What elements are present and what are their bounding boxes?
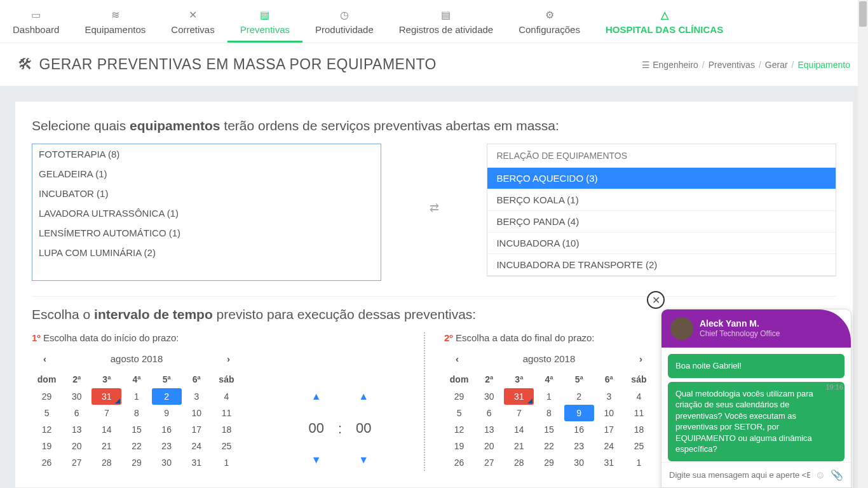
calendar-day[interactable]: 16: [152, 421, 182, 438]
chevron-up-icon[interactable]: ▲: [356, 391, 371, 402]
calendar-day[interactable]: 14: [504, 421, 534, 438]
calendar-day[interactable]: 1: [534, 388, 564, 405]
emoji-icon[interactable]: ☺: [815, 470, 825, 481]
calendar-day[interactable]: 6: [474, 405, 504, 421]
calendar-day[interactable]: 22: [534, 438, 564, 454]
list-item[interactable]: GELADEIRA (1): [32, 164, 381, 184]
minute-value[interactable]: 00: [356, 420, 371, 437]
list-item[interactable]: BERÇO AQUECIDO (3): [487, 168, 836, 189]
calendar-day[interactable]: 31: [92, 388, 121, 405]
chevron-down-icon[interactable]: ▼: [309, 454, 324, 466]
calendar-day[interactable]: 2: [564, 388, 594, 405]
nav-produtividade[interactable]: ◷Produtividade: [302, 0, 386, 43]
calendar-day[interactable]: 26: [444, 454, 474, 471]
nav-registros-de-atividade[interactable]: ▤Registros de atividade: [386, 0, 506, 43]
calendar-day[interactable]: 10: [594, 405, 624, 421]
time-picker-start[interactable]: ▲ 00 ▼ : ▲ 00 ▼: [261, 385, 419, 471]
available-equipment-list[interactable]: FOTOTERAPIA (8)GELADEIRA (1)INCUBATOR (1…: [32, 144, 381, 281]
calendar-day[interactable]: 25: [212, 438, 241, 454]
chevron-down-icon[interactable]: ▼: [356, 454, 371, 466]
calendar-day[interactable]: 8: [121, 405, 151, 421]
calendar-day[interactable]: 11: [212, 405, 241, 421]
calendar-day[interactable]: 11: [624, 405, 654, 421]
list-item[interactable]: LUPA COM LUMINÁRIA (2): [32, 243, 381, 262]
breadcrumb-item[interactable]: Equipamento: [797, 60, 850, 70]
calendar-day[interactable]: 8: [534, 405, 564, 421]
calendar-day[interactable]: 18: [212, 421, 241, 438]
chevron-up-icon[interactable]: ▲: [309, 391, 324, 402]
breadcrumb-item[interactable]: Preventivas: [709, 60, 755, 70]
breadcrumb-item[interactable]: Engenheiro: [653, 60, 698, 70]
chat-header[interactable]: Aleck Yann M. Chief Technology Office: [661, 309, 851, 348]
calendar-day[interactable]: 19: [444, 438, 474, 454]
nav-hospital-das-clínicas[interactable]: △HOSPITAL DAS CLÍNICAS: [593, 0, 736, 43]
calendar-day[interactable]: 9: [564, 405, 594, 421]
calendar-day[interactable]: 30: [474, 388, 504, 405]
calendar-day[interactable]: 5: [32, 405, 62, 421]
calendar-day[interactable]: 7: [504, 405, 534, 421]
calendar-day[interactable]: 19: [32, 438, 62, 454]
calendar-day[interactable]: 29: [444, 388, 474, 405]
calendar-day[interactable]: 30: [152, 454, 182, 471]
calendar-day[interactable]: 14: [92, 421, 121, 438]
calendar-day[interactable]: 3: [594, 388, 624, 405]
list-item[interactable]: BERÇO PANDA (4): [487, 211, 836, 233]
next-month-icon[interactable]: ›: [634, 351, 648, 367]
calendar-day[interactable]: 31: [182, 454, 212, 471]
prev-month-icon[interactable]: ‹: [38, 351, 51, 367]
calendar-day[interactable]: 9: [152, 405, 182, 421]
calendar-day[interactable]: 28: [92, 454, 121, 471]
calendar-day[interactable]: 1: [212, 454, 241, 471]
calendar-day[interactable]: 4: [624, 388, 654, 405]
nav-preventivas[interactable]: ▤Preventivas: [227, 0, 302, 43]
list-item[interactable]: LENSÍMETRO AUTOMÁTICO (1): [32, 223, 381, 243]
calendar-day[interactable]: 15: [534, 421, 564, 438]
calendar-day[interactable]: 23: [152, 438, 182, 454]
list-item[interactable]: BERÇO KOALA (1): [487, 189, 836, 211]
nav-dashboard[interactable]: ▭Dashboard: [0, 0, 72, 43]
list-item[interactable]: FOTOTERAPIA (8): [32, 144, 381, 164]
calendar-day[interactable]: 3: [182, 388, 212, 405]
calendar-day[interactable]: 6: [62, 405, 92, 421]
list-item[interactable]: INCUBADORA DE TRANSPORTE (2): [487, 254, 836, 276]
next-month-icon[interactable]: ›: [222, 351, 235, 367]
calendar-end[interactable]: ‹ agosto 2018 › dom2ª3ª4ª5ª6ªsáb29303112…: [444, 347, 654, 471]
nav-corretivas[interactable]: ✕Corretivas: [158, 0, 227, 43]
calendar-day[interactable]: 16: [564, 421, 594, 438]
list-item[interactable]: INCUBADORA (10): [487, 233, 836, 254]
calendar-day[interactable]: 7: [92, 405, 121, 421]
calendar-day[interactable]: 24: [594, 438, 624, 454]
nav-equipamentos[interactable]: ≋Equipamentos: [72, 0, 158, 43]
swap-icon[interactable]: ⇄: [381, 144, 487, 215]
calendar-day[interactable]: 20: [474, 438, 504, 454]
calendar-day[interactable]: 17: [594, 421, 624, 438]
calendar-day[interactable]: 13: [62, 421, 92, 438]
calendar-day[interactable]: 15: [121, 421, 151, 438]
calendar-day[interactable]: 30: [62, 388, 92, 405]
breadcrumb-item[interactable]: Gerar: [765, 60, 788, 70]
nav-configurações[interactable]: ⚙Configurações: [506, 0, 593, 43]
calendar-day[interactable]: 27: [474, 454, 504, 471]
calendar-day[interactable]: 27: [62, 454, 92, 471]
hour-value[interactable]: 00: [309, 420, 324, 437]
calendar-day[interactable]: 12: [444, 421, 474, 438]
calendar-day[interactable]: 28: [504, 454, 534, 471]
scrollbar-thumb[interactable]: [859, 1, 867, 27]
calendar-day[interactable]: 10: [182, 405, 212, 421]
calendar-day[interactable]: 13: [474, 421, 504, 438]
calendar-start[interactable]: ‹ agosto 2018 › dom2ª3ª4ª5ª6ªsáb29303112…: [32, 347, 241, 471]
calendar-day[interactable]: 22: [121, 438, 151, 454]
calendar-day[interactable]: 21: [504, 438, 534, 454]
calendar-day[interactable]: 25: [624, 438, 654, 454]
prev-month-icon[interactable]: ‹: [451, 351, 464, 367]
calendar-day[interactable]: 12: [32, 421, 62, 438]
calendar-day[interactable]: 4: [212, 388, 241, 405]
calendar-day[interactable]: 18: [624, 421, 654, 438]
chat-close-button[interactable]: ✕: [647, 291, 665, 309]
calendar-month[interactable]: agosto 2018: [111, 353, 163, 364]
attach-icon[interactable]: 📎: [831, 469, 843, 481]
calendar-day[interactable]: 1: [624, 454, 654, 471]
calendar-day[interactable]: 1: [121, 388, 151, 405]
calendar-day[interactable]: 24: [182, 438, 212, 454]
calendar-day[interactable]: 2: [152, 388, 182, 405]
